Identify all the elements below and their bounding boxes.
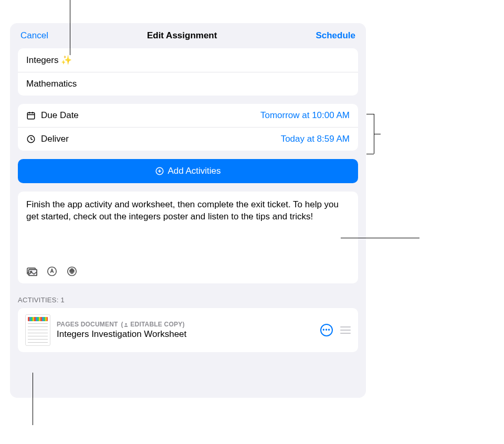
activity-copy-badge: ( EDITABLE COPY) xyxy=(121,321,185,328)
due-date-value: Tomorrow at 10:00 AM xyxy=(260,110,350,121)
edit-assignment-modal: Cancel Edit Assignment Schedule Integers… xyxy=(10,23,366,398)
assignment-subject-text: Mathematics xyxy=(26,79,77,89)
deliver-label: Deliver xyxy=(41,134,69,144)
activities-section-label: ACTIVITIES: 1 xyxy=(18,296,358,304)
modal-title: Edit Assignment xyxy=(147,30,217,41)
modal-header: Cancel Edit Assignment Schedule xyxy=(10,23,366,48)
image-icon[interactable] xyxy=(26,266,38,277)
plus-circle-icon xyxy=(155,166,164,176)
activity-thumbnail xyxy=(25,314,50,346)
due-date-row[interactable]: Due Date Tomorrow at 10:00 AM xyxy=(18,104,358,127)
instructions-text[interactable]: Finish the app activity and worksheet, t… xyxy=(26,199,350,223)
title-card: Integers ✨ Mathematics xyxy=(18,48,358,96)
audio-icon[interactable] xyxy=(66,266,78,277)
callout-line-title xyxy=(70,0,70,55)
schedule-button[interactable]: Schedule xyxy=(316,30,355,41)
draw-icon[interactable] xyxy=(46,266,58,277)
deliver-row[interactable]: Deliver Today at 8:59 AM xyxy=(18,127,358,151)
assignment-title-text: Integers ✨ xyxy=(26,55,72,66)
add-activities-label: Add Activities xyxy=(167,166,220,176)
activity-actions: ••• xyxy=(320,324,351,336)
assignment-title-field[interactable]: Integers ✨ xyxy=(18,48,358,72)
ellipsis-icon: ••• xyxy=(322,327,331,333)
due-date-label: Due Date xyxy=(41,110,79,121)
clock-icon xyxy=(26,134,36,144)
activity-item[interactable]: PAGES DOCUMENT ( EDITABLE COPY) Integers… xyxy=(18,308,358,352)
add-activities-button[interactable]: Add Activities xyxy=(18,159,358,183)
callout-bracket-top xyxy=(366,114,374,114)
dates-card: Due Date Tomorrow at 10:00 AM Deliver To… xyxy=(18,104,358,151)
callout-bracket-bottom xyxy=(366,154,374,154)
activity-more-button[interactable]: ••• xyxy=(320,324,333,336)
assignment-subject-field[interactable]: Mathematics xyxy=(18,72,358,96)
cancel-button[interactable]: Cancel xyxy=(20,30,48,41)
person-icon xyxy=(123,322,129,327)
callout-bracket-out xyxy=(374,134,381,134)
activity-type-label: PAGES DOCUMENT xyxy=(57,321,118,328)
activity-meta: PAGES DOCUMENT ( EDITABLE COPY) xyxy=(57,321,314,328)
instructions-card: Finish the app activity and worksheet, t… xyxy=(18,192,358,283)
svg-rect-0 xyxy=(27,113,35,119)
svg-point-23 xyxy=(125,323,127,324)
calendar-icon xyxy=(26,111,36,120)
activity-info: PAGES DOCUMENT ( EDITABLE COPY) Integers… xyxy=(57,321,314,340)
callout-line-instructions xyxy=(341,238,419,238)
deliver-value: Today at 8:59 AM xyxy=(281,134,350,144)
activity-title: Integers Investigation Worksheet xyxy=(57,329,314,340)
drag-handle-icon[interactable] xyxy=(340,326,351,334)
callout-line-activity xyxy=(33,373,33,425)
svg-line-6 xyxy=(31,139,33,140)
instructions-toolbar xyxy=(26,266,350,277)
